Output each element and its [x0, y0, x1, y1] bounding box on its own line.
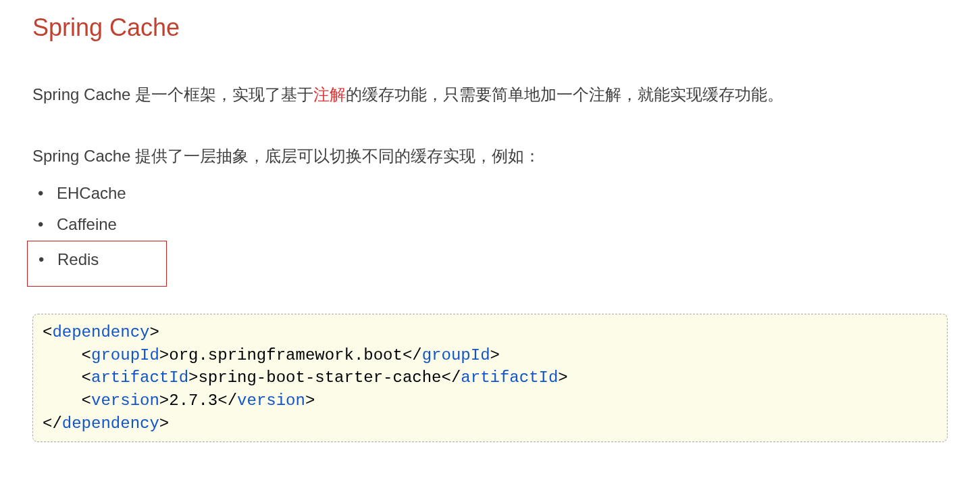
code-bracket: <: [82, 346, 91, 364]
code-tag: artifactId: [91, 368, 188, 387]
code-value: org.springframework.boot: [169, 346, 403, 364]
code-indent: [43, 391, 82, 410]
code-bracket: >: [149, 323, 159, 341]
code-bracket: >: [159, 414, 169, 433]
code-bracket: >: [305, 391, 315, 410]
code-tag: dependency: [62, 414, 159, 433]
code-bracket: >: [490, 346, 500, 364]
intro-paragraph: Spring Cache 是一个框架，实现了基于注解的缓存功能，只需要简单地加一…: [32, 82, 948, 107]
code-bracket: >: [159, 346, 169, 364]
list-item: EHCache: [32, 181, 948, 206]
code-bracket: >: [558, 368, 567, 387]
code-bracket: >: [188, 368, 198, 387]
code-bracket: </: [442, 368, 461, 387]
code-bracket: >: [159, 391, 169, 410]
list-item: Redis: [29, 247, 99, 272]
highlighted-item-box: Redis: [27, 241, 167, 287]
code-block: <dependency> <groupId>org.springframewor…: [32, 314, 948, 442]
code-tag: version: [91, 391, 159, 410]
code-bracket: </: [217, 391, 237, 410]
code-bracket: <: [82, 368, 91, 387]
cache-implementations-list: EHCache Caffeine Redis: [32, 181, 948, 287]
para1-after: 的缓存功能，只需要简单地加一个注解，就能实现缓存功能。: [346, 85, 783, 103]
code-indent: [43, 368, 82, 387]
para1-before: Spring Cache 是一个框架，实现了基于: [32, 85, 313, 103]
para1-highlight: 注解: [313, 85, 346, 103]
list-intro-paragraph: Spring Cache 提供了一层抽象，底层可以切换不同的缓存实现，例如：: [32, 144, 948, 168]
code-indent: [43, 346, 82, 364]
code-tag: artifactId: [461, 368, 558, 387]
code-tag: groupId: [422, 346, 490, 364]
code-tag: version: [237, 391, 305, 410]
code-bracket: <: [43, 323, 52, 341]
page-title: Spring Cache: [32, 14, 948, 42]
code-bracket: </: [43, 414, 62, 433]
list-item: Caffeine: [32, 212, 948, 237]
code-value: spring-boot-starter-cache: [198, 368, 441, 387]
code-bracket: <: [82, 391, 91, 410]
code-tag: dependency: [52, 323, 149, 341]
code-bracket: </: [403, 346, 422, 364]
code-value: 2.7.3: [169, 391, 217, 410]
code-tag: groupId: [91, 346, 159, 364]
